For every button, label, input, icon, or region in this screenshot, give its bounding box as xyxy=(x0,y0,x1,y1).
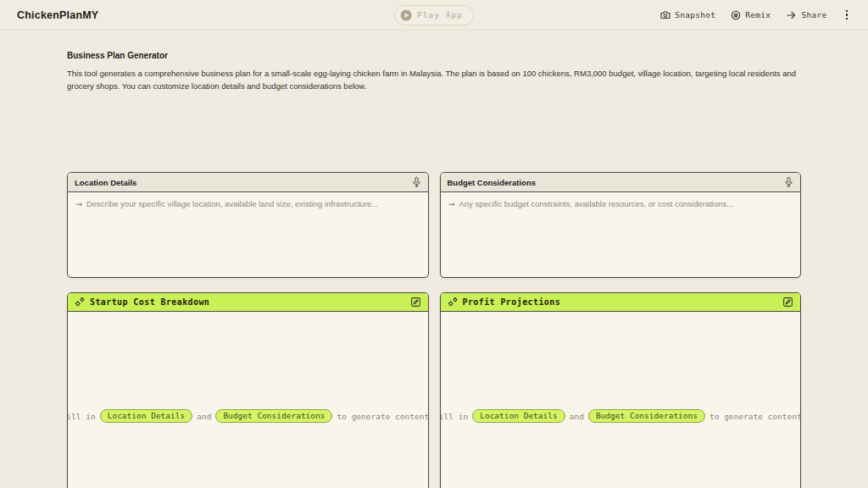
output-cards-row: Startup Cost Breakdown Fill in Location … xyxy=(67,292,801,488)
microphone-button[interactable] xyxy=(412,176,421,188)
share-label: Share xyxy=(801,10,826,19)
kebab-menu-icon[interactable] xyxy=(843,8,852,23)
arrow-icon: → xyxy=(75,199,82,208)
input-cards-row: Location Details → Describe your specifi… xyxy=(67,172,801,278)
location-details-card: Location Details → Describe your specifi… xyxy=(67,172,429,278)
empty-state-message: Fill in Location Details and Budget Cons… xyxy=(440,409,802,423)
microphone-icon xyxy=(412,176,421,188)
startup-cost-breakdown-header: Startup Cost Breakdown xyxy=(68,293,428,312)
play-icon xyxy=(400,9,412,21)
budget-considerations-card: Budget Considerations → Any specific bud… xyxy=(440,172,802,278)
startup-cost-breakdown-card: Startup Cost Breakdown Fill in Location … xyxy=(67,292,429,488)
location-details-pill[interactable]: Location Details xyxy=(472,409,565,423)
empty-suffix: to generate content. xyxy=(337,412,428,421)
edit-pencil-icon xyxy=(410,297,421,308)
sparkles-icon xyxy=(75,297,86,308)
budget-considerations-pill[interactable]: Budget Considerations xyxy=(215,409,332,423)
empty-prefix: Fill in xyxy=(67,412,96,421)
profit-projections-card: Profit Projections Fill in Location Deta… xyxy=(440,292,802,488)
top-bar-actions: Snapshot Remix Share xyxy=(660,8,851,23)
budget-considerations-input[interactable]: → Any specific budget constraints, avail… xyxy=(441,192,801,277)
snapshot-button[interactable]: Snapshot xyxy=(660,10,715,20)
intro-section: Business Plan Generator This tool genera… xyxy=(67,51,801,92)
edit-pencil-icon xyxy=(782,297,793,308)
budget-considerations-header: Budget Considerations xyxy=(441,173,801,192)
sparkles-icon xyxy=(448,297,459,308)
startup-cost-breakdown-body: Fill in Location Details and Budget Cons… xyxy=(68,312,428,488)
main-content: Business Plan Generator This tool genera… xyxy=(0,51,868,488)
play-app-button[interactable]: Play App xyxy=(394,5,474,25)
remix-label: Remix xyxy=(745,10,771,19)
remix-button[interactable]: Remix xyxy=(731,10,771,20)
app-title: ChickenPlanMY xyxy=(17,9,98,21)
profit-projections-body: Fill in Location Details and Budget Cons… xyxy=(441,312,801,488)
empty-conjunction: and xyxy=(570,412,584,421)
placeholder-text: Describe your specific village location,… xyxy=(86,199,378,208)
empty-suffix: to generate content. xyxy=(709,412,801,421)
microphone-icon xyxy=(784,176,793,188)
profit-projections-title: Profit Projections xyxy=(463,297,561,307)
camera-icon xyxy=(660,10,670,20)
share-button[interactable]: Share xyxy=(786,10,826,20)
empty-conjunction: and xyxy=(197,412,211,421)
location-details-pill[interactable]: Location Details xyxy=(100,409,193,423)
arrow-right-icon xyxy=(786,10,797,20)
budget-considerations-pill[interactable]: Budget Considerations xyxy=(588,409,705,423)
placeholder-text: Any specific budget constraints, availab… xyxy=(459,199,733,208)
remix-icon xyxy=(731,10,741,20)
arrow-icon: → xyxy=(448,199,455,208)
profit-projections-header: Profit Projections xyxy=(441,293,801,312)
location-details-placeholder: → Describe your specific village locatio… xyxy=(75,199,420,208)
snapshot-label: Snapshot xyxy=(675,10,715,19)
page-description: This tool generates a comprehensive busi… xyxy=(67,67,801,92)
top-bar: ChickenPlanMY Play App Snapshot Remix xyxy=(0,0,868,30)
edit-button[interactable] xyxy=(410,297,421,308)
budget-considerations-title: Budget Considerations xyxy=(448,178,537,187)
startup-cost-breakdown-title: Startup Cost Breakdown xyxy=(90,297,209,307)
location-details-input[interactable]: → Describe your specific village locatio… xyxy=(68,192,428,277)
location-details-header: Location Details xyxy=(68,173,428,192)
budget-considerations-placeholder: → Any specific budget constraints, avail… xyxy=(448,199,793,208)
microphone-button[interactable] xyxy=(784,176,793,188)
play-app-label: Play App xyxy=(417,10,463,19)
location-details-title: Location Details xyxy=(75,178,136,187)
empty-prefix: Fill in xyxy=(440,412,469,421)
edit-button[interactable] xyxy=(782,297,793,308)
page-title: Business Plan Generator xyxy=(67,51,801,60)
empty-state-message: Fill in Location Details and Budget Cons… xyxy=(67,409,429,423)
